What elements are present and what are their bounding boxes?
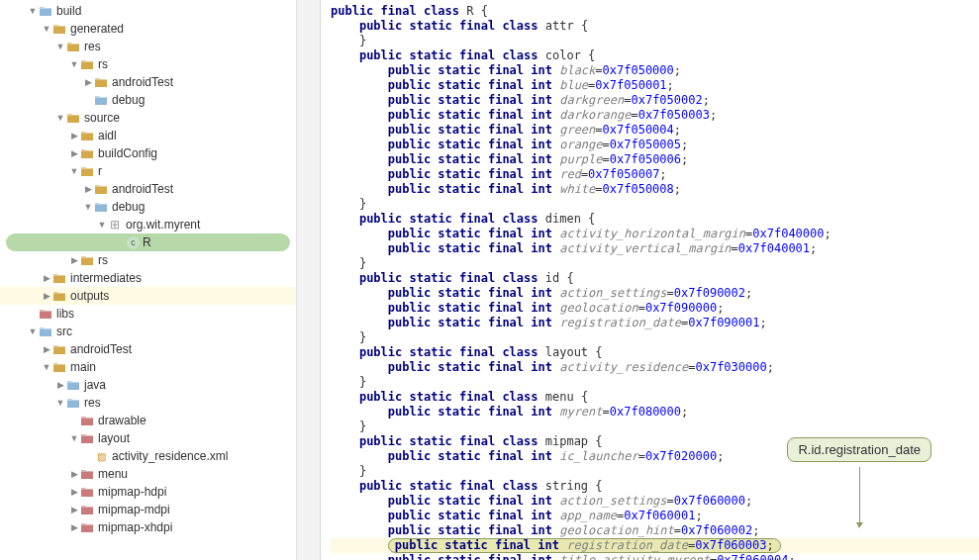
code-line[interactable]: public static final int orange=0x7f05000… [331, 138, 979, 152]
code-line[interactable]: public static final class dimen { [331, 212, 979, 227]
tree-label: org.wit.myrent [126, 218, 200, 232]
expand-arrow-icon[interactable]: ▶ [42, 273, 51, 283]
expand-arrow-icon[interactable]: ▼ [42, 362, 51, 372]
expand-arrow-icon[interactable]: ▶ [69, 469, 79, 479]
expand-arrow-icon[interactable]: ▶ [42, 344, 51, 354]
code-line[interactable]: public static final int action_settings=… [331, 494, 979, 509]
tree-item-generated[interactable]: ▼generated [0, 20, 296, 38]
tree-item-debug[interactable]: debug [0, 91, 296, 109]
code-line[interactable]: public static final int app_name=0x7f060… [331, 509, 979, 523]
expand-arrow-icon[interactable]: ▼ [55, 398, 65, 408]
code-line[interactable]: public static final int white=0x7f050008… [331, 182, 979, 197]
expand-arrow-icon[interactable]: ▶ [69, 148, 79, 158]
expand-arrow-icon[interactable]: ▼ [69, 59, 79, 69]
code-line[interactable]: public static final int green=0x7f050004… [331, 123, 979, 138]
code-line[interactable]: public static final int purple=0x7f05000… [331, 152, 979, 167]
tree-item-rs[interactable]: ▼rs [0, 55, 296, 73]
expand-arrow-icon[interactable]: ▶ [69, 255, 79, 265]
expand-arrow-icon[interactable]: ▶ [69, 522, 79, 532]
tree-item-intermediates[interactable]: ▶intermediates [0, 269, 296, 287]
tree-item-main[interactable]: ▼main [0, 358, 296, 376]
code-line[interactable]: public static final class menu { [331, 390, 979, 405]
expand-arrow-icon[interactable]: ▼ [28, 6, 38, 16]
tree-label: layout [98, 431, 130, 445]
code-line[interactable]: public static final int activity_vertica… [331, 241, 979, 256]
tree-item-menu[interactable]: ▶menu [0, 465, 296, 483]
code-line[interactable]: public static final int red=0x7f050007; [331, 167, 979, 182]
code-line[interactable]: public static final int action_settings=… [331, 286, 979, 301]
tree-item-java[interactable]: ▶java [0, 376, 296, 394]
code-line[interactable]: public final class R { [331, 4, 979, 19]
tree-item-buildconfig[interactable]: ▶buildConfig [0, 144, 296, 162]
code-line[interactable]: public static final class id { [331, 271, 979, 286]
tree-item-activity-residence-xml[interactable]: ▧activity_residence.xml [0, 447, 296, 465]
code-line[interactable]: } [331, 34, 979, 48]
tree-item-mipmap-xhdpi[interactable]: ▶mipmap-xhdpi [0, 518, 296, 536]
expand-arrow-icon[interactable]: ▼ [55, 42, 65, 51]
tree-item-outputs[interactable]: ▶outputs [0, 287, 296, 305]
project-tree[interactable]: ▼build▼generated▼res▼rs▶androidTestdebug… [0, 0, 297, 560]
expand-arrow-icon[interactable]: ▶ [55, 380, 65, 390]
code-line[interactable]: } [331, 420, 979, 434]
tree-label: mipmap-hdpi [98, 485, 166, 499]
tree-item-mipmap-hdpi[interactable]: ▶mipmap-hdpi [0, 483, 296, 501]
tree-item-debug[interactable]: ▼debug [0, 198, 296, 216]
expand-arrow-icon[interactable]: ▶ [83, 184, 93, 194]
code-line[interactable]: public static final int geolocation_hint… [331, 523, 979, 538]
tree-item-src[interactable]: ▼src [0, 323, 296, 340]
code-line[interactable]: public static final int title_activity_m… [331, 553, 979, 560]
expand-arrow-icon[interactable]: ▼ [28, 327, 38, 336]
tree-item-res[interactable]: ▼res [0, 38, 296, 55]
tree-label: res [84, 40, 101, 53]
expand-arrow-icon[interactable]: ▼ [69, 433, 79, 443]
tree-item-mipmap-mdpi[interactable]: ▶mipmap-mdpi [0, 501, 296, 518]
expand-arrow-icon[interactable]: ▶ [69, 487, 79, 497]
code-line[interactable]: } [331, 330, 979, 345]
tree-item-res[interactable]: ▼res [0, 394, 296, 412]
code-line[interactable]: public static final class layout { [331, 345, 979, 360]
tree-item-libs[interactable]: libs [0, 305, 296, 323]
tree-item-drawable[interactable]: drawable [0, 412, 296, 429]
tree-item-r[interactable]: ▼r [0, 162, 296, 180]
code-line[interactable]: } [331, 464, 979, 479]
code-line[interactable]: public static final int geolocation=0x7f… [331, 301, 979, 316]
expand-arrow-icon[interactable]: ▼ [69, 166, 79, 176]
code-line[interactable]: public static final int registration_dat… [331, 316, 979, 330]
code-line[interactable]: public static final int activity_horizon… [331, 227, 979, 241]
tree-item-androidtest[interactable]: ▶androidTest [0, 340, 296, 358]
tree-item-androidtest[interactable]: ▶androidTest [0, 180, 296, 198]
code-line[interactable]: public static final int activity_residen… [331, 360, 979, 375]
code-line[interactable]: public static final class attr { [331, 19, 979, 34]
expand-arrow-icon[interactable]: ▶ [83, 77, 93, 87]
tree-item-r[interactable]: cR [6, 233, 290, 251]
tree-item-build[interactable]: ▼build [0, 2, 296, 20]
tree-item-layout[interactable]: ▼layout [0, 429, 296, 447]
code-line[interactable]: public static final int registration_dat… [331, 538, 979, 553]
expand-arrow-icon[interactable]: ▼ [97, 220, 107, 230]
code-line[interactable]: public static final int myrent=0x7f08000… [331, 405, 979, 420]
tree-label: activity_residence.xml [112, 449, 228, 463]
tree-item-org-wit-myrent[interactable]: ▼⊞org.wit.myrent [0, 216, 296, 233]
code-line[interactable]: public static final int black=0x7f050000… [331, 63, 979, 78]
tree-item-androidtest[interactable]: ▶androidTest [0, 73, 296, 91]
code-line[interactable]: } [331, 197, 979, 212]
code-line[interactable]: } [331, 256, 979, 271]
code-line[interactable]: public static final int darkgreen=0x7f05… [331, 93, 979, 108]
code-line[interactable]: public static final class color { [331, 48, 979, 63]
code-editor[interactable]: public final class R { public static fin… [321, 0, 979, 560]
tree-label: source [84, 111, 120, 125]
expand-arrow-icon[interactable]: ▼ [55, 113, 65, 123]
expand-arrow-icon[interactable]: ▼ [42, 24, 51, 34]
tree-label: mipmap-xhdpi [98, 520, 172, 534]
expand-arrow-icon[interactable]: ▼ [83, 202, 93, 212]
tree-item-rs[interactable]: ▶rs [0, 251, 296, 269]
expand-arrow-icon[interactable]: ▶ [69, 131, 79, 140]
tree-item-source[interactable]: ▼source [0, 109, 296, 127]
tree-item-aidl[interactable]: ▶aidl [0, 127, 296, 144]
expand-arrow-icon[interactable]: ▶ [69, 505, 79, 514]
expand-arrow-icon[interactable]: ▶ [42, 291, 51, 301]
code-line[interactable]: } [331, 375, 979, 390]
code-line[interactable]: public static final int darkorange=0x7f0… [331, 108, 979, 123]
code-line[interactable]: public static final int blue=0x7f050001; [331, 78, 979, 93]
code-line[interactable]: public static final class string { [331, 479, 979, 494]
